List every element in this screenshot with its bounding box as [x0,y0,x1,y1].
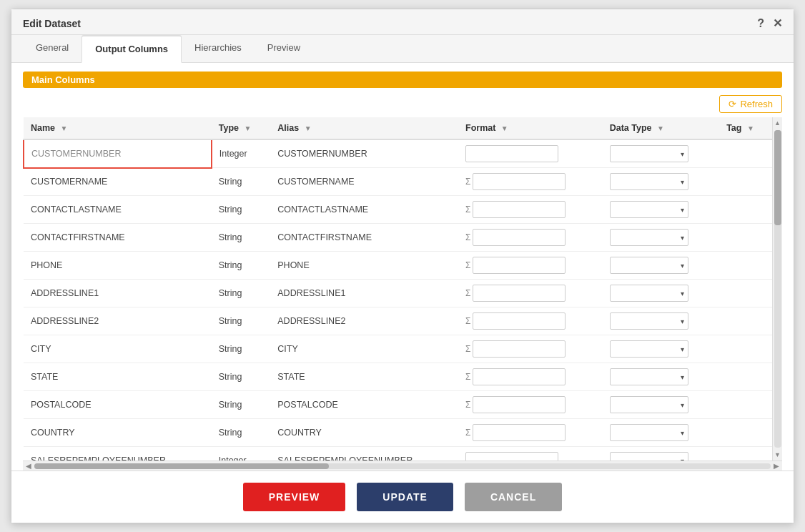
cell-tag [719,447,772,461]
tab-output-columns[interactable]: Output Columns [82,35,182,63]
scroll-right-arrow[interactable]: ▶ [774,462,779,470]
col-header-tag: Tag ▼ [719,117,772,139]
table-row[interactable]: ADDRESSLINE1StringADDRESSLINE1Σ [24,280,772,307]
section-label: Main Columns [23,72,782,88]
datatype-filter-icon[interactable]: ▼ [657,124,664,132]
cell-datatype [603,391,719,419]
type-filter-icon[interactable]: ▼ [244,124,251,132]
cell-name: CONTACTLASTNAME [24,196,212,224]
cell-type: String [212,391,271,419]
table-row[interactable]: CONTACTFIRSTNAMEStringCONTACTFIRSTNAMEΣ [24,224,772,252]
table-scroll[interactable]: Name ▼ Type ▼ Alias ▼ [23,117,772,460]
cell-name: CUSTOMERNUMBER [24,139,212,168]
refresh-button[interactable]: ⟳ Refresh [719,95,782,113]
table-row[interactable]: POSTALCODEStringPOSTALCODEΣ [24,391,772,419]
format-input[interactable] [473,257,566,274]
datatype-select[interactable] [610,452,688,460]
cell-alias: CUSTOMERNAME [270,168,458,196]
format-input[interactable] [473,424,566,441]
table-row[interactable]: ADDRESSLINE2StringADDRESSLINE2Σ [24,307,772,335]
sigma-icon: Σ [465,232,470,242]
cell-type: String [212,196,271,224]
cell-alias: CUSTOMERNUMBER [270,139,458,168]
format-input[interactable] [473,396,566,413]
table-row[interactable]: CITYStringCITYΣ [24,335,772,363]
format-input[interactable] [473,285,566,302]
cell-format [458,447,603,461]
cell-type: String [212,224,271,252]
datatype-select[interactable] [610,396,688,413]
cell-name: POSTALCODE [24,391,212,419]
h-scroll-track [34,463,771,469]
cell-alias: ADDRESSLINE1 [270,280,458,307]
cell-tag [719,307,772,335]
tag-filter-icon[interactable]: ▼ [747,124,754,132]
tab-preview[interactable]: Preview [255,35,313,63]
format-input[interactable] [473,173,566,190]
table-row[interactable]: COUNTRYStringCOUNTRYΣ [24,419,772,447]
datatype-select[interactable] [610,145,688,162]
table-row[interactable]: SALESREPEMPLOYEENUMBERIntegerSALESREPEMP… [24,447,772,461]
cell-datatype [603,139,719,168]
table-row[interactable]: CUSTOMERNAMEStringCUSTOMERNAMEΣ [24,168,772,196]
scroll-left-arrow[interactable]: ◀ [26,462,31,470]
name-filter-icon[interactable]: ▼ [61,124,68,132]
cell-format: Σ [458,335,603,363]
table-scroll-wrapper: Name ▼ Type ▼ Alias ▼ [23,117,782,471]
table-row[interactable]: CONTACTLASTNAMEStringCONTACTLASTNAMEΣ [24,196,772,224]
vertical-scrollbar[interactable]: ▲ ▼ [772,117,782,460]
datatype-select[interactable] [610,229,688,246]
cell-tag [719,335,772,363]
cell-datatype [603,335,719,363]
scroll-track [774,130,781,448]
alias-filter-icon[interactable]: ▼ [305,124,312,132]
cell-type: Integer [212,139,271,168]
cell-type: String [212,419,271,447]
table-inner: Name ▼ Type ▼ Alias ▼ [23,117,782,460]
format-input[interactable] [465,452,558,460]
format-input[interactable] [465,145,558,162]
format-input[interactable] [473,368,566,385]
cancel-button[interactable]: CANCEL [465,483,562,511]
sigma-icon: Σ [465,428,470,438]
col-header-type: Type ▼ [212,117,271,139]
close-icon[interactable]: ✕ [773,16,782,30]
table-row[interactable]: PHONEStringPHONEΣ [24,252,772,280]
table-row[interactable]: CUSTOMERNUMBERIntegerCUSTOMERNUMBER [24,139,772,168]
help-icon[interactable]: ? [757,17,764,30]
cell-format: Σ [458,391,603,419]
cell-format [458,139,603,168]
horizontal-scrollbar[interactable]: ◀ ▶ [23,460,782,471]
cell-name: PHONE [24,252,212,280]
datatype-select[interactable] [610,201,688,218]
cell-datatype [603,307,719,335]
datatype-select[interactable] [610,424,688,441]
datatype-select[interactable] [610,285,688,302]
tab-general[interactable]: General [23,35,82,63]
tabs-bar: General Output Columns Hierarchies Previ… [11,35,794,63]
datatype-select[interactable] [610,257,688,274]
datatype-select[interactable] [610,173,688,190]
cell-alias: CITY [270,335,458,363]
dialog-header: Edit Dataset ? ✕ [11,9,794,35]
cell-format: Σ [458,168,603,196]
preview-button[interactable]: PREVIEW [243,483,346,511]
scroll-down-arrow[interactable]: ▼ [772,449,782,460]
cell-name: ADDRESSLINE2 [24,307,212,335]
datatype-select[interactable] [610,368,688,385]
format-input[interactable] [473,312,566,330]
update-button[interactable]: UPDATE [357,483,453,511]
table-row[interactable]: STATEStringSTATEΣ [24,363,772,391]
datatype-select[interactable] [610,340,688,358]
cell-datatype [603,252,719,280]
format-filter-icon[interactable]: ▼ [501,124,508,132]
cell-datatype [603,363,719,391]
cell-format: Σ [458,252,603,280]
tab-hierarchies[interactable]: Hierarchies [182,35,255,63]
format-input[interactable] [473,201,566,218]
sigma-icon: Σ [465,288,470,298]
datatype-select[interactable] [610,312,688,330]
format-input[interactable] [473,229,566,246]
scroll-up-arrow[interactable]: ▲ [772,117,782,129]
format-input[interactable] [473,340,566,358]
